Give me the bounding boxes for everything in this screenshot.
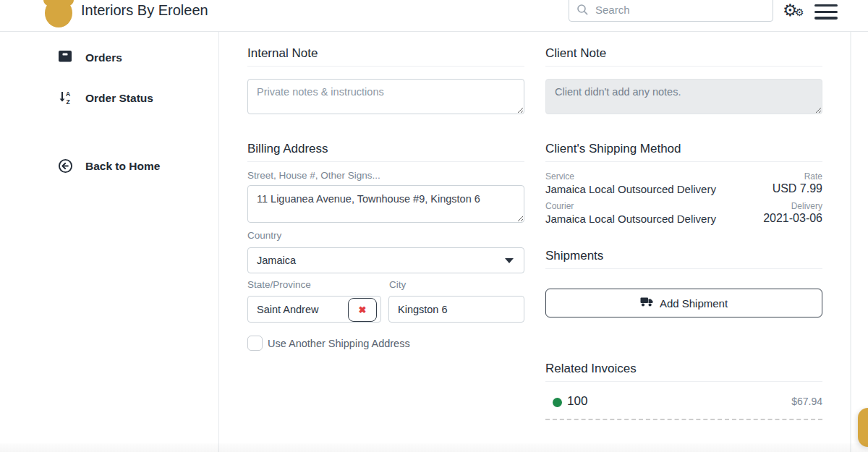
related-invoices-title: Related Invoices [545,362,637,376]
gear-small-icon: ⚙ [795,7,804,18]
billing-address-title: Billing Address [247,142,328,156]
sidebar-item-orders[interactable]: Orders [0,50,217,73]
floating-action-button[interactable] [858,408,868,447]
city-label: City [389,279,406,290]
rate-value: USD 7.99 [773,182,822,195]
delivery-value: 2021-03-06 [763,212,822,225]
country-selected-value: Jamaica [257,255,296,266]
state-label: State/Province [247,279,311,290]
sidebar-item-back-to-home[interactable]: Back to Home [0,158,217,182]
right-column: Client Note Client didn't add any notes.… [545,0,822,452]
divider [247,66,524,67]
internal-note-textarea[interactable] [247,79,524,114]
shipping-method-title: Client's Shipping Method [545,142,681,156]
invoice-status-dot [553,398,562,407]
footer-shade [0,443,868,452]
brand-logo-icon[interactable] [42,0,77,30]
delivery-label: Delivery [791,201,822,211]
country-select[interactable]: Jamaica [247,247,524,273]
dashed-divider [545,419,822,420]
divider [247,161,524,162]
use-another-shipping-label: Use Another Shipping Address [268,338,410,349]
rate-label: Rate [804,171,822,182]
x-icon: ✖ [359,305,367,315]
chevron-down-icon [505,258,514,263]
truck-icon [640,297,653,310]
country-label: Country [247,230,281,241]
divider [545,381,822,382]
top-bar: Interiors By Eroleen ⚙ ⚙ [0,0,868,32]
brand-title: Interiors By Eroleen [81,2,208,19]
client-note-textarea: Client didn't add any notes. [545,79,822,114]
search-icon [576,4,588,18]
left-column: Internal Note Billing Address Street, Ho… [247,0,524,452]
add-shipment-label: Add Shipment [660,297,728,310]
svg-text:A: A [66,90,70,98]
divider [545,268,822,269]
city-input[interactable] [388,296,524,323]
divider [545,161,822,162]
client-note-title: Client Note [545,46,606,61]
sidebar-divider [218,31,219,452]
invoice-number: 100 [567,394,587,409]
order-details-page: Interiors By Eroleen ⚙ ⚙ Or [0,0,868,452]
street-label: Street, House #, Other Signs... [247,170,380,181]
courier-value: Jamaica Local Outsourced Delivery [545,213,716,225]
internal-note-title: Internal Note [247,46,318,61]
sidebar-item-label: Orders [85,51,122,64]
street-textarea[interactable]: 11 Liguanea Avenue, Townhouse #9, Kingst… [247,185,524,223]
sidebar-item-label: Back to Home [85,160,160,173]
sidebar-item-label: Order Status [85,92,153,105]
archive-icon [58,50,72,66]
sort-alpha-down-icon: A Z [58,90,72,108]
invoice-amount: $67.94 [791,396,822,407]
menu-hamburger-icon[interactable] [814,4,838,20]
add-shipment-button[interactable]: Add Shipment [545,289,822,317]
service-value: Jamaica Local Outsourced Delivery [545,183,716,195]
settings-cogs-icon[interactable]: ⚙ ⚙ [783,0,807,23]
invoice-row[interactable]: 100 $67.94 [545,393,822,414]
content-right-divider [850,31,851,452]
courier-label: Courier [545,201,574,211]
service-label: Service [545,171,574,182]
sidebar-item-order-status[interactable]: A Z Order Status [0,90,217,114]
divider [545,66,822,67]
svg-text:Z: Z [66,98,69,105]
search-input[interactable] [569,0,773,22]
search-box [569,0,773,22]
shipments-title: Shipments [545,249,603,263]
arrow-circle-left-icon [58,158,73,176]
clear-state-button[interactable]: ✖ [348,298,377,322]
use-another-shipping-checkbox[interactable] [247,336,263,351]
